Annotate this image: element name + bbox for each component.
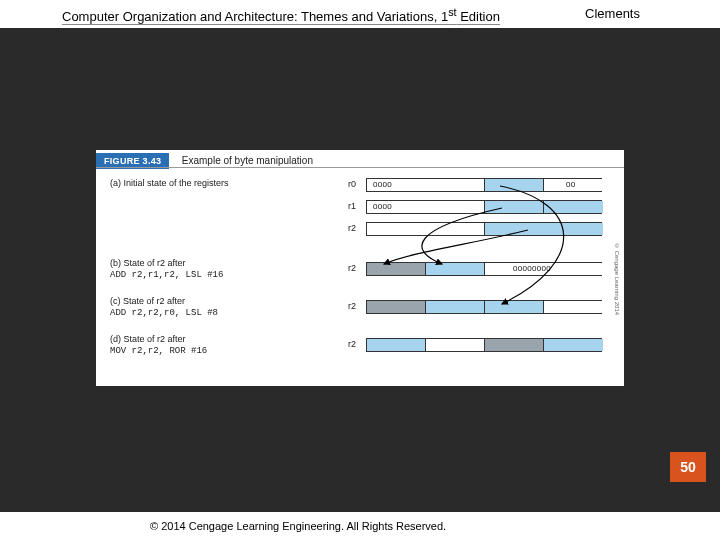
reg-name-r2c: r2 (348, 301, 356, 311)
seg (544, 201, 603, 213)
seg: 0000 (367, 179, 485, 191)
figure-divider (96, 167, 624, 168)
reg-name-r2d: r2 (348, 339, 356, 349)
seg (485, 223, 603, 235)
seg (485, 301, 544, 313)
reg-box-r1: 0000 (366, 200, 602, 214)
label-b: (b) State of r2 after ADD r2,r1,r2, LSL … (110, 258, 330, 282)
seg: 00000000 (485, 263, 603, 275)
reg-box-r2b: 00000000 (366, 262, 602, 276)
author-name: Clements (585, 6, 640, 24)
val-r0-right: 00 (566, 180, 576, 189)
seg (485, 339, 544, 351)
reg-box-r2a (366, 222, 602, 236)
seg: 00 (544, 179, 603, 191)
reg-name-r1: r1 (348, 201, 356, 211)
seg (485, 179, 544, 191)
title-sup: st (448, 6, 456, 18)
figure-header: FIGURE 3.43 Example of byte manipulation (96, 150, 624, 168)
title-post: Edition (457, 9, 500, 24)
seg (367, 301, 426, 313)
page-number-badge: 50 (670, 452, 706, 482)
reg-box-r2d (366, 338, 602, 352)
slide-header: Computer Organization and Architecture: … (62, 6, 660, 24)
val-r0-left: 0000 (373, 180, 392, 189)
seg (426, 339, 485, 351)
reg-name-r2b: r2 (348, 263, 356, 273)
figure-caption: Example of byte manipulation (182, 155, 313, 166)
reg-box-r0: 0000 00 (366, 178, 602, 192)
reg-name-r0: r0 (348, 179, 356, 189)
label-d: (d) State of r2 after MOV r2,r2, ROR #16 (110, 334, 330, 358)
label-d-text: (d) State of r2 after (110, 334, 186, 344)
figure-panel: FIGURE 3.43 Example of byte manipulation… (96, 150, 624, 386)
seg (367, 339, 426, 351)
seg (544, 301, 603, 313)
seg (367, 223, 485, 235)
seg (426, 301, 485, 313)
figure-credit: © Cengage Learning 2014 (611, 178, 620, 380)
label-a: (a) Initial state of the registers (110, 178, 330, 189)
instr-d: MOV r2,r2, ROR #16 (110, 346, 207, 356)
reg-box-r2c (366, 300, 602, 314)
page-number: 50 (680, 459, 696, 475)
seg: 0000 (367, 201, 485, 213)
label-c: (c) State of r2 after ADD r2,r2,r0, LSL … (110, 296, 330, 320)
title-pre: Computer Organization and Architecture: … (62, 9, 448, 24)
seg (426, 263, 485, 275)
seg (485, 201, 544, 213)
reg-name-r2a: r2 (348, 223, 356, 233)
label-b-text: (b) State of r2 after (110, 258, 186, 268)
label-c-text: (c) State of r2 after (110, 296, 185, 306)
seg (367, 263, 426, 275)
book-title: Computer Organization and Architecture: … (62, 6, 500, 24)
val-b-box: 00000000 (513, 264, 551, 273)
val-r1-left: 0000 (373, 202, 392, 211)
seg (544, 339, 603, 351)
footer-copyright: © 2014 Cengage Learning Engineering. All… (150, 520, 446, 532)
instr-c: ADD r2,r2,r0, LSL #8 (110, 308, 218, 318)
instr-b: ADD r2,r1,r2, LSL #16 (110, 270, 223, 280)
slide-footer: © 2014 Cengage Learning Engineering. All… (0, 512, 720, 540)
